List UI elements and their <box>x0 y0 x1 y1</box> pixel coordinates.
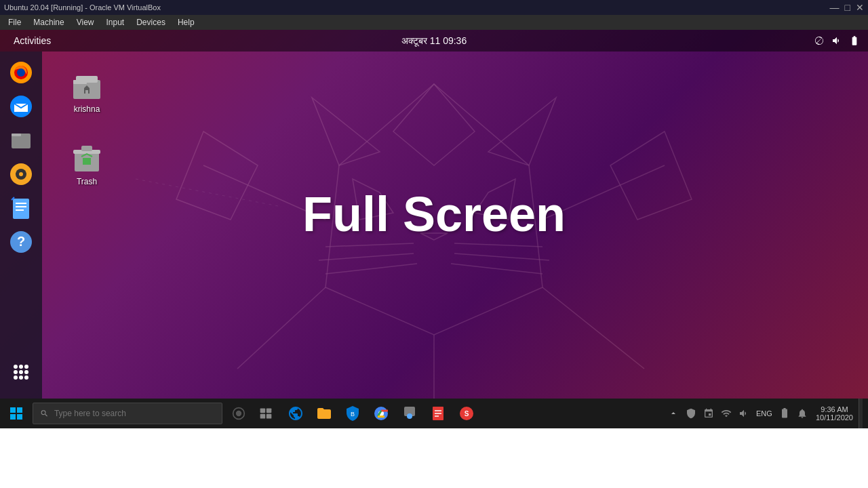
vbox-titlebar: Ubuntu 20.04 [Running] - Oracle VM Virtu… <box>0 0 868 15</box>
svg-line-6 <box>326 243 414 247</box>
svg-point-39 <box>14 370 18 374</box>
svg-point-36 <box>14 365 18 369</box>
svg-rect-30 <box>13 199 29 219</box>
clock-time: 9:36 AM <box>821 405 848 413</box>
svg-line-8 <box>326 264 417 274</box>
svg-rect-26 <box>12 134 21 136</box>
show-applications-button[interactable] <box>5 357 37 388</box>
explorer-taskbar-icon[interactable] <box>311 399 338 428</box>
svg-rect-32 <box>16 206 26 207</box>
svg-line-11 <box>451 264 542 274</box>
vbox-maximize-button[interactable]: □ <box>845 2 850 13</box>
svg-point-29 <box>19 172 23 176</box>
dock-help[interactable]: ? <box>5 226 37 258</box>
svg-rect-55 <box>17 414 22 420</box>
language-indicator[interactable]: ENG <box>753 400 775 427</box>
svg-text:S: S <box>465 410 469 418</box>
battery-icon[interactable] <box>849 35 860 46</box>
svg-marker-15 <box>393 84 475 165</box>
vbox-menubar: File Machine View Input Devices Help <box>0 15 868 30</box>
svg-rect-52 <box>10 407 16 413</box>
ubuntu-desktop: Activities अक्टूबर 11 09:36 <box>0 30 868 399</box>
systray-icon-2[interactable] <box>701 400 717 427</box>
vbox-close-button[interactable]: ✕ <box>856 2 864 13</box>
systray-volume-icon[interactable] <box>736 400 752 427</box>
volume-icon[interactable] <box>831 35 842 46</box>
search-input[interactable] <box>54 409 215 418</box>
svg-rect-31 <box>16 203 26 204</box>
vbox-minimize-button[interactable]: — <box>830 2 840 13</box>
svg-point-44 <box>24 375 28 380</box>
chrome-taskbar-icon[interactable] <box>368 399 395 428</box>
svg-rect-74 <box>783 408 785 409</box>
snap-taskbar-icon[interactable]: S <box>453 399 480 428</box>
desktop-icon-home[interactable]: krishna <box>60 64 114 117</box>
svg-point-43 <box>19 375 23 380</box>
svg-line-16 <box>203 165 326 220</box>
scratch-taskbar-icon[interactable] <box>425 399 452 428</box>
svg-rect-61 <box>267 414 272 419</box>
vbox-window-controls: — □ ✕ <box>830 2 864 13</box>
edge-taskbar-icon[interactable] <box>282 399 309 428</box>
svg-text:?: ? <box>17 234 25 249</box>
menu-help[interactable]: Help <box>172 16 200 28</box>
svg-rect-59 <box>267 409 272 413</box>
systray-icon-1[interactable] <box>683 400 699 427</box>
menu-devices[interactable]: Devices <box>131 16 171 28</box>
svg-text:B: B <box>351 411 355 418</box>
home-icon-label: krishna <box>74 104 100 114</box>
svg-rect-58 <box>260 409 266 413</box>
svg-marker-1 <box>312 98 380 165</box>
vpn-taskbar-icon[interactable] <box>396 399 423 428</box>
svg-rect-73 <box>782 409 787 418</box>
svg-rect-53 <box>17 407 22 413</box>
menu-view[interactable]: View <box>71 16 100 28</box>
menu-machine[interactable]: Machine <box>28 16 69 28</box>
task-view-button[interactable] <box>252 399 279 428</box>
svg-rect-51 <box>81 146 92 151</box>
svg-point-23 <box>17 68 25 77</box>
taskbar-running-apps: B <box>282 399 480 428</box>
svg-point-41 <box>24 370 28 374</box>
systray-notification-icon[interactable] <box>794 400 810 427</box>
gnome-systray <box>814 35 860 46</box>
dock-rhythmbox[interactable] <box>5 159 37 190</box>
svg-line-7 <box>319 253 414 260</box>
systray-wifi-icon[interactable] <box>718 400 734 427</box>
network-icon[interactable] <box>814 35 825 46</box>
dock-files[interactable] <box>5 125 37 156</box>
dock-thunderbird[interactable] <box>5 91 37 122</box>
store-taskbar-icon[interactable]: B <box>339 399 366 428</box>
svg-line-13 <box>542 287 644 369</box>
svg-rect-54 <box>10 414 16 420</box>
svg-line-12 <box>237 287 326 369</box>
svg-point-66 <box>407 413 412 419</box>
dock-writer[interactable] <box>5 192 37 224</box>
desktop-icon-trash[interactable]: Trash <box>60 136 114 189</box>
show-desktop-button[interactable] <box>859 399 863 428</box>
activities-button[interactable]: Activities <box>8 33 56 49</box>
windows-systray: ENG 9:36 AM 10/11/2020 <box>665 399 865 428</box>
clock-date: 10/11/2020 <box>816 413 853 422</box>
gnome-clock[interactable]: अक्टूबर 11 09:36 <box>401 35 467 47</box>
svg-line-9 <box>454 243 542 247</box>
systray-battery-icon[interactable] <box>776 400 793 427</box>
windows-taskbar: B <box>0 399 868 428</box>
trash-icon-label: Trash <box>77 177 97 186</box>
svg-rect-48 <box>85 90 88 94</box>
windows-clock[interactable]: 9:36 AM 10/11/2020 <box>812 399 857 428</box>
menu-file[interactable]: File <box>3 16 26 28</box>
svg-point-42 <box>14 375 18 380</box>
wallpaper <box>0 30 868 399</box>
svg-marker-19 <box>610 131 692 220</box>
start-button[interactable] <box>3 399 30 428</box>
svg-rect-60 <box>260 414 266 419</box>
svg-point-38 <box>24 365 28 369</box>
svg-point-40 <box>19 370 23 374</box>
cortana-icon[interactable] <box>225 399 252 428</box>
windows-search-bar[interactable] <box>33 403 222 424</box>
dock-firefox[interactable] <box>5 57 37 88</box>
menu-input[interactable]: Input <box>101 16 130 28</box>
svg-line-20 <box>136 179 278 206</box>
systray-overflow-button[interactable] <box>665 400 682 427</box>
